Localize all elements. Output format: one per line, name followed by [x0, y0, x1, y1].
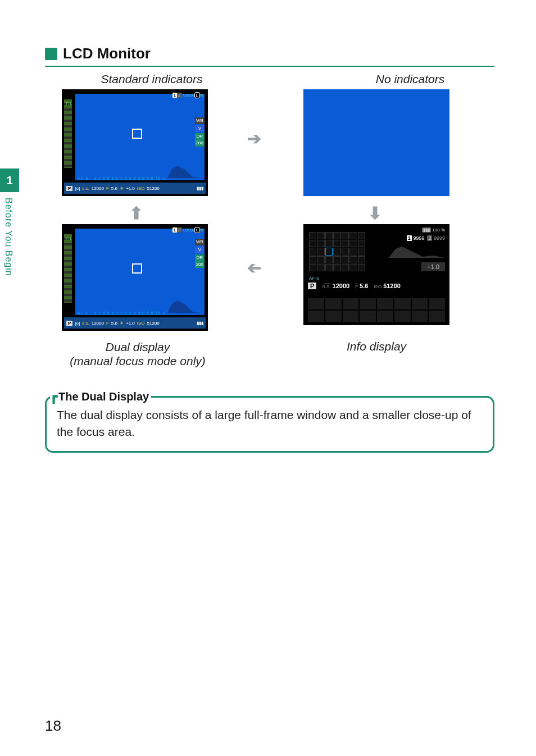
card-slot-2-icon: 2: [177, 93, 181, 98]
aperture-label: F: [106, 321, 109, 326]
card-slot-1-icon: 1: [172, 227, 177, 233]
battery-row: ▮▮▮ 100 %: [422, 227, 445, 233]
ss-value: 12000: [92, 186, 104, 191]
header-marker-icon: [45, 48, 57, 60]
ss-label: s.s.: [82, 321, 89, 326]
top-status-row: 12 9999 LN: [172, 227, 203, 233]
aperture-label: F: [355, 284, 358, 289]
film-sim-icon: V: [195, 247, 205, 253]
metering-icon: [o]: [75, 321, 80, 326]
info-tile-grid: [308, 298, 445, 322]
af-frame-icon: [132, 263, 142, 274]
iso-value: 51200: [147, 186, 160, 191]
section-header: LCD Monitor: [45, 45, 494, 62]
histogram-icon: [383, 244, 445, 258]
top-status-row: 12 9999 LN: [172, 93, 203, 98]
battery-icon: ▮▮▮: [422, 227, 431, 233]
blank-live-view: [303, 89, 449, 196]
bottom-info-bar: P [o] s.s.12000 F5.6 ☀+1.0 ISO51200 ▮▮▮: [64, 183, 206, 194]
card-counts: 1 9999 2 9999: [407, 235, 445, 241]
card-slot-2-icon: 2: [427, 235, 432, 241]
focus-mode-label: AF-S: [78, 176, 89, 180]
battery-icon: ▮▮▮: [197, 321, 203, 326]
flash-ttl-label: TTL: [65, 102, 72, 106]
callout-body: The dual display consists of a large ful…: [57, 407, 483, 441]
arrow-left-icon: ➔: [247, 258, 261, 277]
exposure-mode: P: [66, 321, 72, 326]
distance-scale-row: AF-S 0.1 0.5 1.0 1.5 2.0 3.0 5.0 10 ∞: [78, 311, 166, 315]
aperture-label: F: [106, 186, 109, 191]
image-quality: N: [200, 227, 203, 233]
card-slot-2-icon: 2: [177, 227, 181, 233]
histogram-icon: [162, 298, 201, 313]
chapter-tab: 1 Before You Begin: [0, 168, 19, 292]
dual-display-callout: ┏The Dual Display The dual display consi…: [45, 396, 494, 453]
section-title: LCD Monitor: [63, 45, 151, 62]
histogram-icon: [162, 163, 201, 178]
iso-label: ISO: [137, 321, 145, 326]
metering-icon: [o]: [75, 186, 80, 191]
ss-value: 12000: [92, 321, 104, 326]
right-status-column: WB V DR200: [195, 239, 205, 268]
display-mode-diagram: ➔ ⬇ ➔ ⬆ 12 9999 LN WB V DR200: [45, 89, 494, 336]
af-point-grid: [309, 232, 365, 271]
iso-value: 51200: [147, 321, 160, 326]
wb-icon: WB: [195, 117, 205, 124]
dr-badge: DR200: [195, 133, 205, 147]
screen-info-display: ▮▮▮ 100 % 1 9999 2 9999 AF-S +1.0 P S.S.…: [303, 224, 449, 325]
chapter-label: Before You Begin: [0, 198, 13, 276]
header-underline: [45, 66, 494, 67]
card-slot-1-icon: 1: [407, 235, 412, 241]
focus-mode-label: AF-S: [309, 276, 319, 281]
slot2-count: 9999: [434, 235, 445, 241]
caption-info-display: Info display: [301, 340, 452, 353]
aperture-value: 5.6: [111, 321, 117, 326]
exposure-row: P S.S. 12000 F 5.6 ISO 51200: [308, 283, 445, 289]
exposure-scale-icon: [64, 99, 72, 168]
screen-dual-display: 12 9999 LN WB V DR200 TTL AF-S 0.1 0.5 1…: [62, 224, 208, 331]
ev-value: +1.0: [126, 321, 135, 326]
ev-value: +1.0: [421, 262, 445, 271]
ss-label: S.S.: [322, 284, 330, 289]
screen-standard-indicators: 12 9999 LN WB V DR200 TTL AF-S 0.1 0.5 1…: [62, 89, 208, 196]
callout-title: ┏The Dual Display: [50, 389, 151, 404]
battery-percent: 100: [432, 227, 439, 233]
image-size-badge: L: [194, 227, 200, 233]
distance-scale: 0.1 0.5 1.0 1.5 2.0 3.0 5.0 10 ∞: [94, 311, 166, 315]
af-point-selected: [325, 248, 333, 255]
ss-value: 12000: [333, 283, 350, 289]
distance-scale: 0.1 0.5 1.0 1.5 2.0 3.0 5.0 10 ∞: [94, 176, 166, 180]
screen-no-indicators: [303, 89, 449, 196]
arrow-up-icon: ⬆: [129, 203, 143, 223]
iso-label: ISO: [374, 284, 381, 289]
aperture-value: 5.6: [360, 283, 368, 289]
exposure-scale-icon: [64, 234, 72, 303]
wb-icon: WB: [195, 239, 205, 245]
dr-badge: DR200: [195, 254, 205, 268]
distance-scale-row: AF-S 0.1 0.5 1.0 1.5 2.0 3.0 5.0 10 ∞: [78, 176, 166, 180]
iso-value: 51200: [383, 283, 401, 289]
svg-marker-2: [383, 247, 445, 258]
arrow-down-icon: ⬇: [368, 203, 382, 223]
af-frame-icon: [132, 129, 142, 139]
image-size-badge: L: [194, 92, 200, 98]
ss-label: s.s.: [82, 186, 89, 191]
focus-mode-label: AF-S: [78, 311, 89, 315]
svg-marker-0: [162, 166, 201, 178]
ev-value: +1.0: [126, 186, 135, 191]
image-quality: N: [200, 93, 203, 98]
arrow-right-icon: ➔: [247, 129, 261, 148]
iso-label: ISO: [137, 186, 145, 191]
bottom-info-bar: P [o] s.s.12000 F5.6 ☀+1.0 ISO51200 ▮▮▮: [64, 317, 206, 329]
ev-icon: ☀: [120, 321, 124, 326]
frames-remaining: 9999: [183, 93, 193, 98]
caption-standard-indicators: Standard indicators: [45, 72, 258, 86]
aperture-value: 5.6: [111, 186, 117, 191]
slot1-count: 9999: [413, 235, 424, 241]
chapter-number: 1: [0, 168, 19, 192]
ev-icon: ☀: [120, 186, 124, 191]
frames-remaining: 9999: [183, 227, 193, 233]
right-status-column: WB V DR200: [195, 117, 205, 147]
page-number: 18: [45, 717, 61, 735]
flash-ttl-label: TTL: [65, 236, 72, 240]
